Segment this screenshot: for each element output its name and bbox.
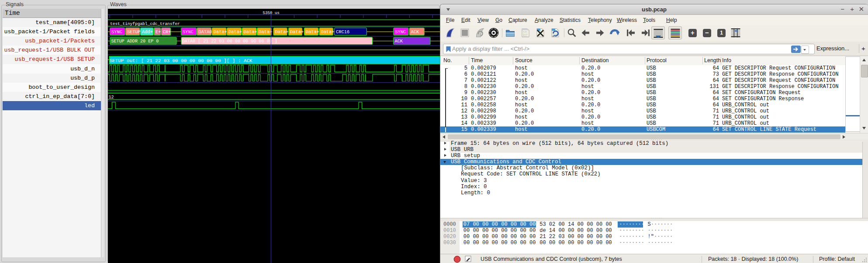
svg-text:Data+: Data+ (275, 29, 288, 35)
svg-text:Data+: Data+ (228, 29, 242, 35)
svg-text:DATA0: DATA0 (198, 29, 212, 35)
svg-text:ACK: ACK (394, 39, 403, 44)
svg-text:SYNC: SYNC (395, 29, 406, 35)
svg-text:SETUP out: [ 21 22 03 00 00 00: SETUP out: [ 21 22 03 00 00 00 00 00 00 … (109, 58, 252, 63)
svg-text:12: 12 (108, 95, 114, 100)
svg-text:Data+: Data+ (321, 29, 334, 35)
svg-text:SYNC: SYNC (183, 29, 194, 35)
svg-text:SYNC: SYNC (111, 29, 122, 35)
svg-text:SETUP ADDR 20 EP 0: SETUP ADDR 20 EP 0 (111, 39, 159, 44)
svg-text:Data+: Data+ (290, 29, 303, 35)
svg-text:Data+: Data+ (305, 29, 319, 35)
svg-text:Data+: Data+ (213, 29, 227, 35)
svg-text:CRC16: CRC16 (336, 29, 349, 35)
svg-text:CR+: CR+ (163, 29, 171, 35)
svg-text:test_tinyfpgabl_cdc_transfer: test_tinyfpgabl_cdc_transfer (110, 21, 180, 26)
svg-text:E+: E+ (155, 29, 160, 35)
svg-text:Add+: Add+ (142, 29, 153, 35)
svg-text:SETUP: SETUP (127, 29, 140, 35)
svg-text:DATA0 [ 21 22 03 00 00 00 00 0: DATA0 [ 21 22 03 00 00 00 00 00 00 ] (182, 39, 277, 44)
svg-text:ACK: ACK (411, 29, 419, 35)
svg-text:Data+: Data+ (243, 29, 257, 35)
svg-text:Data+: Data+ (259, 29, 272, 35)
svg-text:5350 us: 5350 us (263, 11, 280, 15)
